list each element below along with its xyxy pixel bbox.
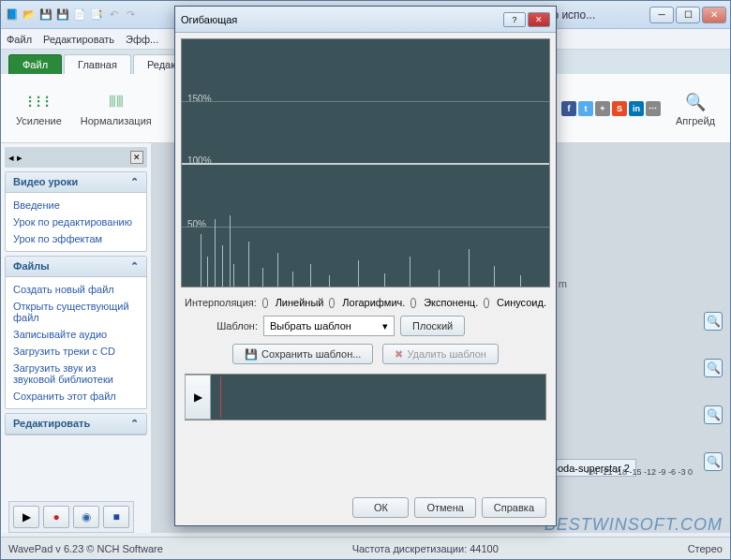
wave-icon: ⫶⫶⫶ — [27, 91, 50, 113]
upgrade-button[interactable]: 🔍 Апгрейд — [668, 87, 723, 130]
dialog-title: Огибающая — [181, 14, 237, 25]
close-button[interactable]: ✕ — [702, 7, 726, 23]
template-select[interactable]: Выбрать шаблон ▾ — [263, 316, 395, 336]
play-button[interactable]: ▶ — [13, 506, 39, 528]
menu-file[interactable]: Файл — [7, 34, 32, 45]
zoom-controls: 🔍 🔍 🔍 🔍 — [704, 312, 723, 471]
more-icon[interactable]: ⋯ — [646, 101, 661, 116]
envelope-display[interactable]: 150% 100% 50% — [181, 38, 550, 287]
collapse-icon[interactable]: ⌃ — [130, 260, 139, 273]
file-action-link[interactable]: Загрузить треки с CD — [13, 343, 139, 360]
cancel-button[interactable]: Отмена — [414, 497, 475, 518]
edit-panel: Редактировать ⌃ — [5, 413, 147, 435]
twitter-icon[interactable]: t — [578, 101, 593, 116]
flat-button[interactable]: Плоский — [400, 316, 465, 336]
lesson-link[interactable]: Урок по эффектам — [13, 230, 139, 247]
collapse-icon[interactable]: ⌃ — [130, 176, 139, 188]
help-button[interactable]: ? — [503, 12, 526, 27]
mini-waveform-area[interactable] — [215, 375, 545, 420]
files-panel: Файлы ⌃ Создать новый файл Открыть сущес… — [5, 256, 147, 409]
help-button[interactable]: Справка — [482, 497, 546, 518]
waveform-spikes — [182, 212, 549, 287]
dialog-titlebar: Огибающая ? ✕ — [175, 7, 556, 33]
qat-icon[interactable]: 📄 — [72, 7, 87, 22]
social-icons: f t + S in ⋯ — [561, 101, 664, 116]
panel-header[interactable]: Видео уроки ⌃ — [6, 172, 146, 193]
qat-icon[interactable]: 📘 — [5, 7, 20, 22]
linkedin-icon[interactable]: in — [629, 101, 644, 116]
lesson-link[interactable]: Урок по редактированию — [13, 214, 139, 230]
db-scale: -24 -21 -18 -15 -12 -9 -6 -3 0 — [586, 467, 693, 477]
qat-icon[interactable]: 📂 — [22, 7, 37, 22]
zoom-in-button[interactable]: 🔍 — [704, 405, 723, 424]
template-label: Шаблон: — [185, 320, 258, 332]
template-row: Шаблон: Выбрать шаблон ▾ Плоский — [175, 312, 556, 340]
delete-template-button[interactable]: ✖ Удалить шаблон — [382, 344, 499, 364]
sidebar: ◂ ▸ ✕ Видео уроки ⌃ Введение Урок по ред… — [1, 143, 151, 533]
lessons-panel: Видео уроки ⌃ Введение Урок по редактиро… — [5, 171, 147, 252]
stumble-icon[interactable]: S — [612, 101, 627, 116]
ok-button[interactable]: ОК — [352, 497, 409, 518]
radio-sin[interactable] — [484, 298, 489, 308]
lesson-link[interactable]: Введение — [13, 197, 139, 214]
chevron-down-icon: ▾ — [382, 320, 388, 332]
qat-icon[interactable]: 💾 — [38, 7, 53, 22]
watermark: BESTWINSOFT.COM — [545, 515, 723, 535]
facebook-icon[interactable]: f — [561, 101, 576, 116]
template-actions: 💾 Сохранить шаблон... ✖ Удалить шаблон — [175, 340, 556, 368]
menu-edit[interactable]: Редактировать — [43, 34, 114, 45]
maximize-button[interactable]: ☐ — [676, 7, 700, 23]
record-button[interactable]: ● — [43, 506, 69, 528]
zoom-in-button[interactable]: 🔍 — [704, 359, 723, 377]
stop-button[interactable]: ■ — [103, 506, 129, 528]
panel-header[interactable]: Редактировать ⌃ — [6, 414, 146, 435]
collapse-icon[interactable]: ⌃ — [130, 418, 139, 430]
scrub-button[interactable]: ◉ — [73, 506, 99, 528]
minimize-button[interactable]: ─ — [649, 7, 674, 23]
plus-icon[interactable]: + — [595, 101, 610, 116]
zoom-in-button[interactable]: 🔍 — [704, 452, 723, 471]
menu-effects[interactable]: Эфф... — [126, 34, 158, 45]
x-icon: ✖ — [395, 348, 403, 361]
close-button[interactable]: ✕ — [528, 12, 550, 27]
file-action-link[interactable]: Сохранить этот файл — [13, 388, 139, 405]
tab-main[interactable]: Главная — [64, 54, 131, 74]
preview-waveform: ▶ — [185, 374, 546, 420]
qat-icon[interactable]: 💾 — [55, 7, 70, 22]
preview-play-button[interactable]: ▶ — [185, 375, 211, 420]
dialog-buttons: ОК Отмена Справка — [352, 497, 546, 518]
panel-header[interactable]: Файлы ⌃ — [6, 257, 146, 277]
version-label: WavePad v 6.23 © NCH Software — [8, 543, 163, 554]
file-action-link[interactable]: Открыть существующий файл — [13, 298, 139, 326]
magnify-world-icon: 🔍 — [684, 91, 707, 113]
interpolation-row: Интерполяция: Линейный Логарифмич. Экспо… — [175, 293, 556, 312]
disk-icon: 💾 — [245, 348, 258, 361]
file-action-link[interactable]: Загрузить звук из звуковой библиотеки — [13, 360, 139, 388]
qat-icon[interactable]: 📑 — [89, 7, 104, 22]
unit-m: m — [559, 278, 567, 289]
qat-icon[interactable]: ↷ — [123, 7, 138, 22]
radio-linear[interactable] — [262, 298, 268, 308]
interpolation-label: Интерполяция: — [185, 297, 257, 308]
radio-exp[interactable] — [410, 298, 416, 308]
statusbar: WavePad v 6.23 © NCH Software Частота ди… — [1, 537, 730, 559]
file-action-link[interactable]: Создать новый файл — [13, 281, 139, 298]
quick-access-toolbar: 📘 📂 💾 💾 📄 📑 ↶ ↷ — [5, 7, 138, 22]
envelope-dialog: Огибающая ? ✕ 150% 100% 50% Интерполяция… — [174, 6, 557, 526]
wave-icon: ⫴⫴ — [105, 91, 127, 113]
file-action-link[interactable]: Записывайте аудио — [13, 326, 139, 343]
close-icon[interactable]: ✕ — [130, 151, 143, 164]
transport-controls: ▶ ● ◉ ■ — [8, 501, 134, 533]
level-label: 150% — [187, 94, 212, 104]
amplify-button[interactable]: ⫶⫶⫶ Усиление — [8, 87, 69, 130]
zoom-in-button[interactable]: 🔍 — [704, 312, 723, 331]
qat-icon[interactable]: ↶ — [106, 7, 121, 22]
save-template-button[interactable]: 💾 Сохранить шаблон... — [232, 344, 373, 364]
radio-log[interactable] — [329, 298, 335, 308]
tab-file[interactable]: Файл — [8, 54, 62, 74]
samplerate-label: Частота дискретизации: 44100 — [352, 543, 499, 554]
sidebar-tabstrip: ◂ ▸ ✕ — [5, 147, 147, 168]
playhead — [220, 376, 221, 418]
normalize-button[interactable]: ⫴⫴ Нормализация — [73, 87, 159, 130]
channels-label: Стерео — [688, 543, 723, 554]
